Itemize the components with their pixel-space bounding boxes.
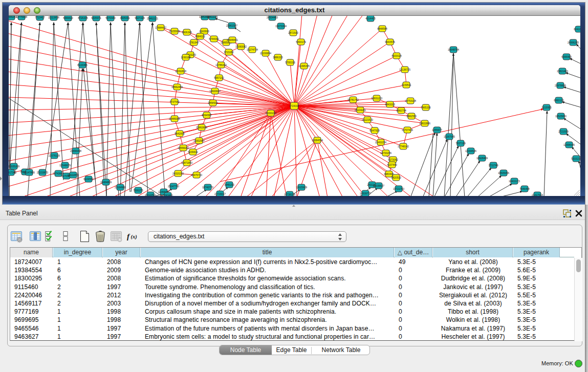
svg-text:6395953: 6395953 [561, 55, 572, 58]
svg-text:3886315: 3886315 [273, 56, 283, 59]
svg-text:12062818: 12062818 [175, 70, 186, 73]
svg-text:18811115: 18811115 [207, 16, 217, 18]
svg-text:8726335: 8726335 [78, 16, 88, 19]
svg-text:7713417: 7713417 [35, 16, 45, 19]
svg-text:3711749: 3711749 [488, 164, 498, 167]
svg-text:5333210: 5333210 [571, 157, 580, 160]
svg-text:9643576: 9643576 [385, 40, 395, 43]
svg-text:5393179: 5393179 [296, 40, 306, 43]
svg-text:18562459: 18562459 [171, 85, 183, 89]
svg-text:4014405: 4014405 [365, 17, 376, 20]
svg-text:17417343: 17417343 [9, 171, 16, 174]
svg-text:15060082: 15060082 [235, 45, 247, 48]
svg-text:22206894: 22206894 [260, 52, 271, 55]
svg-text:19073394: 19073394 [275, 25, 287, 28]
svg-text:25104281: 25104281 [355, 108, 366, 112]
svg-text:19822886: 19822886 [419, 122, 430, 125]
svg-text:16648784: 16648784 [448, 48, 459, 51]
svg-text:20978896: 20978896 [555, 84, 566, 87]
svg-text:7737542: 7737542 [169, 100, 180, 103]
svg-text:7239511: 7239511 [401, 83, 411, 86]
svg-text:16976720: 16976720 [191, 173, 202, 177]
svg-text:6744090: 6744090 [209, 37, 219, 40]
svg-text:25047790: 25047790 [168, 185, 179, 188]
svg-text:16738338: 16738338 [284, 193, 295, 196]
svg-text:21402254: 21402254 [375, 141, 386, 144]
svg-text:6047929: 6047929 [369, 129, 380, 132]
svg-text:24996265: 24996265 [568, 41, 579, 44]
svg-text:7006275: 7006275 [133, 189, 143, 192]
svg-text:21576116: 21576116 [49, 154, 60, 157]
svg-text:9335971: 9335971 [91, 16, 101, 19]
svg-text:11615909: 11615909 [296, 186, 307, 189]
svg-text:20022511: 20022511 [145, 193, 156, 196]
svg-text:15274734: 15274734 [247, 48, 258, 51]
svg-text:5795316: 5795316 [285, 61, 295, 64]
svg-text:5882553: 5882553 [406, 115, 417, 118]
svg-text:14022872: 14022872 [68, 173, 79, 177]
svg-text:2872930: 2872930 [288, 31, 298, 34]
svg-text:1255677: 1255677 [432, 128, 442, 132]
svg-text:21935269: 21935269 [9, 165, 19, 168]
svg-text:25462221: 25462221 [147, 17, 158, 20]
svg-text:15147866: 15147866 [24, 171, 35, 174]
svg-text:23155979: 23155979 [169, 30, 180, 33]
svg-text:14600627: 14600627 [209, 90, 221, 93]
svg-text:23729017: 23729017 [214, 192, 226, 195]
svg-text:12871843: 12871843 [181, 161, 192, 164]
svg-text:1781947: 1781947 [189, 41, 199, 44]
svg-text:14558260: 14558260 [178, 146, 189, 149]
svg-text:17748142: 17748142 [398, 145, 409, 148]
svg-text:14753108: 14753108 [405, 99, 416, 102]
svg-text:6960794: 6960794 [396, 109, 406, 112]
svg-text:2858912: 2858912 [208, 101, 218, 104]
svg-text:6999610: 6999610 [63, 16, 73, 19]
svg-text:16505056: 16505056 [498, 171, 509, 174]
svg-text:21121520: 21121520 [362, 118, 373, 121]
svg-text:18740770: 18740770 [202, 186, 213, 189]
svg-text:6109552: 6109552 [83, 178, 94, 181]
svg-text:15821483: 15821483 [557, 70, 568, 73]
svg-text:19721760: 19721760 [393, 187, 404, 190]
svg-text:8241828: 8241828 [574, 28, 580, 31]
svg-text:2721939: 2721939 [558, 130, 569, 133]
svg-text:8133365: 8133365 [77, 63, 88, 67]
svg-text:7965206: 7965206 [421, 106, 431, 109]
svg-text:8094587: 8094587 [202, 114, 212, 117]
svg-text:5470940: 5470940 [105, 16, 116, 19]
svg-text:19302967: 19302967 [193, 139, 205, 142]
svg-text:17884437: 17884437 [155, 26, 166, 29]
svg-text:14509777: 14509777 [360, 192, 371, 195]
svg-text:1724007: 1724007 [289, 104, 299, 107]
svg-text:(x): (x) [131, 234, 137, 240]
svg-text:10039537: 10039537 [373, 184, 384, 187]
svg-text:9427229: 9427229 [135, 16, 145, 19]
svg-text:13136725: 13136725 [399, 68, 410, 71]
svg-text:10931233: 10931233 [371, 97, 382, 100]
svg-text:15267545: 15267545 [444, 135, 455, 138]
svg-text:15300223: 15300223 [265, 112, 276, 115]
svg-text:25233870: 25233870 [37, 171, 48, 174]
svg-text:8848584: 8848584 [377, 27, 387, 30]
svg-text:4684022: 4684022 [195, 35, 205, 38]
svg-text:13164536: 13164536 [465, 149, 476, 152]
svg-text:21113838: 21113838 [48, 16, 59, 19]
svg-text:5173062: 5173062 [388, 158, 398, 161]
svg-text:9642835: 9642835 [175, 132, 185, 135]
svg-text:2243600: 2243600 [199, 30, 209, 33]
svg-text:3215955: 3215955 [541, 106, 552, 109]
svg-text:5820510: 5820510 [391, 176, 401, 179]
svg-text:16525650: 16525650 [555, 115, 567, 118]
svg-text:4933024: 4933024 [391, 54, 402, 57]
svg-text:18928469: 18928469 [476, 157, 488, 160]
svg-text:21317514: 21317514 [532, 193, 543, 196]
svg-text:7837199: 7837199 [455, 142, 466, 145]
svg-text:23896498: 23896498 [70, 149, 81, 152]
svg-text:18403173: 18403173 [509, 180, 520, 183]
svg-text:25781762: 25781762 [347, 98, 359, 101]
svg-text:22489388: 22489388 [169, 117, 180, 120]
svg-text:4237440: 4237440 [387, 163, 397, 166]
svg-text:11707436: 11707436 [402, 128, 413, 132]
svg-text:f: f [127, 232, 130, 240]
svg-text:12996545: 12996545 [563, 143, 575, 146]
